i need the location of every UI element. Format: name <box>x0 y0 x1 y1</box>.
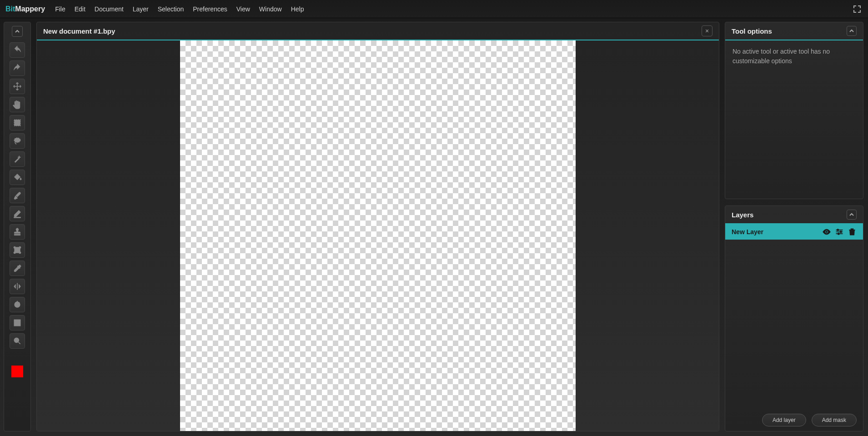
canvas[interactable] <box>180 40 576 431</box>
menu-selection[interactable]: Selection <box>153 3 189 15</box>
tool-options-title: Tool options <box>732 27 847 35</box>
text-icon <box>13 318 22 327</box>
trash-icon <box>848 227 857 236</box>
eraser-icon <box>13 209 22 218</box>
rotate-tool[interactable] <box>10 297 25 312</box>
toolbar <box>4 22 31 431</box>
menu-window[interactable]: Window <box>255 3 286 15</box>
transform-tool[interactable] <box>10 242 25 258</box>
eyedropper-icon <box>13 264 22 273</box>
svg-point-3 <box>14 247 15 248</box>
foreground-color-swatch[interactable] <box>11 365 24 378</box>
redo-tool[interactable] <box>10 60 25 76</box>
move-icon <box>13 82 22 91</box>
layer-visibility-button[interactable] <box>822 227 831 236</box>
lasso-icon <box>13 136 22 145</box>
zoom-icon <box>13 336 22 346</box>
mirror-tool[interactable] <box>10 279 25 294</box>
svg-point-5 <box>14 252 15 253</box>
logo-bit: Bit <box>5 5 15 13</box>
brush-icon <box>13 191 22 200</box>
canvas-viewport[interactable] <box>37 40 719 431</box>
logo-mappery: Mappery <box>15 5 45 13</box>
tool-options-message: No active tool or active tool has no cus… <box>725 40 863 199</box>
menu-layer[interactable]: Layer <box>128 3 153 15</box>
layers-title: Layers <box>732 211 847 219</box>
lasso-tool[interactable] <box>10 133 25 149</box>
hand-icon <box>13 100 22 109</box>
layer-name: New Layer <box>732 227 818 237</box>
menu-help[interactable]: Help <box>286 3 309 15</box>
move-tool[interactable] <box>10 79 25 94</box>
menu-edit[interactable]: Edit <box>70 3 90 15</box>
chevron-up-icon <box>849 212 854 217</box>
menubar: BitMappery File Edit Document Layer Sele… <box>0 0 868 18</box>
sliders-icon <box>835 227 844 236</box>
eraser-tool[interactable] <box>10 206 25 221</box>
wand-tool[interactable] <box>10 151 25 167</box>
bucket-icon <box>13 173 22 182</box>
svg-point-11 <box>837 229 838 231</box>
canvas-header: New document #1.bpy × <box>37 22 719 40</box>
chevron-up-icon <box>849 28 854 34</box>
eyedropper-tool[interactable] <box>10 261 25 276</box>
transform-icon <box>13 246 22 255</box>
svg-point-1 <box>14 138 20 142</box>
brush-tool[interactable] <box>10 188 25 203</box>
layer-settings-button[interactable] <box>835 227 844 236</box>
pan-tool[interactable] <box>10 97 25 112</box>
zoom-tool[interactable] <box>10 333 25 349</box>
layers-panel: Layers New Layer <box>725 205 863 431</box>
layer-delete-button[interactable] <box>848 227 857 236</box>
svg-point-6 <box>19 252 20 253</box>
toolbar-collapse-button[interactable] <box>12 26 23 37</box>
rectangle-select-tool[interactable] <box>10 115 25 130</box>
chevron-up-icon <box>15 29 20 34</box>
menu-preferences[interactable]: Preferences <box>188 3 231 15</box>
tool-options-panel: Tool options No active tool or active to… <box>725 22 863 199</box>
svg-point-13 <box>838 233 839 235</box>
close-icon: × <box>705 27 709 35</box>
canvas-area: New document #1.bpy × <box>36 22 719 431</box>
layers-collapse-button[interactable] <box>847 210 857 220</box>
clone-tool[interactable] <box>10 224 25 240</box>
add-layer-button[interactable]: Add layer <box>762 414 806 426</box>
add-mask-button[interactable]: Add mask <box>812 414 857 426</box>
fill-tool[interactable] <box>10 170 25 185</box>
menu-document[interactable]: Document <box>90 3 128 15</box>
undo-icon <box>13 45 22 55</box>
menu-file[interactable]: File <box>50 3 70 15</box>
rect-select-icon <box>13 118 22 127</box>
fullscreen-icon[interactable] <box>852 4 863 15</box>
menu-view[interactable]: View <box>232 3 255 15</box>
undo-tool[interactable] <box>10 42 25 58</box>
eye-icon <box>822 227 831 236</box>
close-document-button[interactable]: × <box>702 25 712 36</box>
layer-list: New Layer <box>725 224 863 409</box>
svg-point-4 <box>19 247 20 248</box>
rotate-icon <box>13 300 22 309</box>
tool-options-collapse-button[interactable] <box>847 26 857 36</box>
stamp-icon <box>13 227 22 236</box>
svg-point-10 <box>826 231 827 232</box>
document-title: New document #1.bpy <box>43 27 702 35</box>
text-tool[interactable] <box>10 315 25 331</box>
svg-point-12 <box>840 231 842 232</box>
mirror-icon <box>13 282 22 291</box>
layer-row[interactable]: New Layer <box>725 224 863 240</box>
wand-icon <box>13 155 22 164</box>
svg-rect-0 <box>14 120 20 125</box>
redo-icon <box>13 64 22 73</box>
app-logo: BitMappery <box>5 5 45 13</box>
